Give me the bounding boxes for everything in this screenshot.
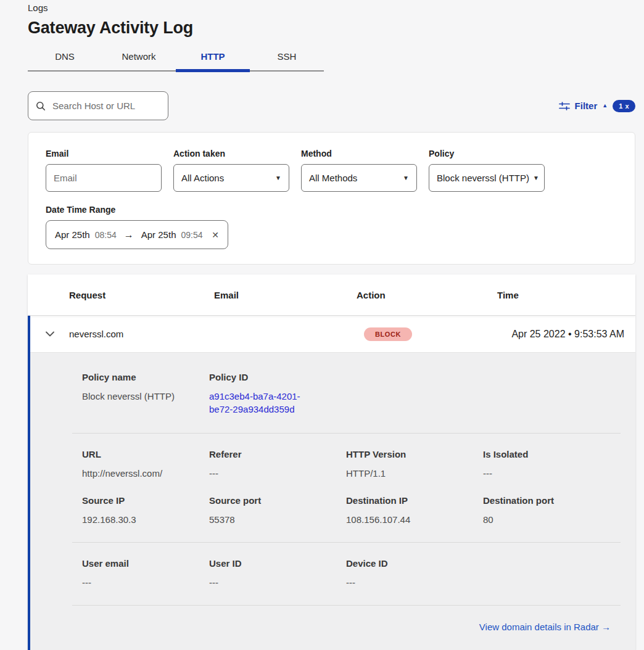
start-time[interactable]: 08:54 [95, 230, 117, 240]
breadcrumb[interactable]: Logs [28, 2, 644, 14]
destination-ip-label: Destination IP [346, 496, 483, 506]
collapse-chevron-icon[interactable] [30, 331, 69, 337]
action-taken-select[interactable]: All Actions ▼ [173, 164, 289, 192]
filter-button[interactable]: Filter [575, 101, 598, 111]
filter-count-badge[interactable]: 1 x [613, 100, 635, 112]
search-input[interactable] [51, 100, 160, 112]
url-value: http://neverssl.com/ [82, 467, 209, 480]
user-id-field: User ID --- [209, 559, 346, 589]
tab-http[interactable]: HTTP [176, 47, 250, 70]
is-isolated-field: Is Isolated --- [483, 450, 621, 480]
method-label: Method [301, 149, 417, 158]
header-request: Request [69, 290, 214, 300]
filter-sliders-icon [559, 102, 570, 110]
time-cell: Apr 25 2022 • 9:53:53 AM [497, 329, 635, 340]
http-version-field: HTTP Version HTTP/1.1 [346, 450, 483, 480]
user-info-section: User email --- User ID --- Device ID --- [30, 543, 635, 605]
destination-port-field: Destination port 80 [483, 496, 621, 526]
filter-field-policy: Policy Block neverssl (HTTP) ▼ [429, 149, 545, 192]
header-email: Email [214, 290, 357, 300]
filter-panel: Email Action taken All Actions ▼ Method … [28, 132, 635, 265]
chevron-down-icon: ▼ [533, 175, 539, 181]
table-header-row: Request Email Action Time [28, 274, 635, 316]
end-time[interactable]: 09:54 [181, 230, 202, 240]
url-label: URL [82, 450, 209, 459]
policy-id-link[interactable]: a91c3eb4-ba7a-4201-be72-29a934dd359d [209, 390, 320, 416]
filter-toggle-group: Filter ▲ 1 x [559, 100, 635, 112]
arrow-right-icon: → [601, 622, 611, 632]
header-action: Action [357, 290, 497, 300]
action-cell: BLOCK [357, 327, 497, 341]
url-field: URL http://neverssl.com/ [82, 450, 209, 480]
start-date[interactable]: Apr 25th [55, 229, 90, 240]
user-id-label: User ID [209, 559, 346, 569]
filter-field-method: Method All Methods ▼ [301, 149, 417, 192]
chevron-down-icon: ▼ [275, 175, 281, 181]
clear-date-range-icon[interactable]: ✕ [212, 230, 219, 240]
policy-id-field: Policy ID a91c3eb4-ba7a-4201-be72-29a934… [209, 372, 346, 416]
referer-label: Referer [209, 450, 346, 459]
source-ip-field: Source IP 192.168.30.3 [82, 496, 209, 526]
request-info-section: URL http://neverssl.com/ Referer --- HTT… [30, 434, 635, 480]
email-filter-input[interactable] [46, 164, 162, 192]
arrow-right-icon: → [124, 229, 134, 241]
tab-ssh[interactable]: SSH [250, 47, 324, 70]
filter-field-action-taken: Action taken All Actions ▼ [173, 149, 289, 192]
device-id-label: Device ID [346, 559, 483, 569]
action-taken-label: Action taken [173, 149, 289, 158]
method-value: All Methods [309, 173, 357, 183]
search-box[interactable] [28, 91, 168, 120]
destination-port-label: Destination port [483, 496, 621, 506]
is-isolated-label: Is Isolated [483, 450, 621, 459]
action-taken-value: All Actions [181, 173, 224, 183]
policy-name-value: Block neverssl (HTTP) [82, 390, 209, 403]
policy-name-label: Policy name [82, 372, 209, 382]
log-detail-panel: Policy name Block neverssl (HTTP) Policy… [30, 353, 635, 650]
filter-field-date-range: Date Time Range Apr 25th 08:54 → Apr 25t… [46, 205, 617, 249]
network-info-section: Source IP 192.168.30.3 Source port 55378… [30, 480, 635, 542]
http-version-value: HTTP/1.1 [346, 467, 483, 480]
referer-value: --- [209, 467, 346, 480]
log-table-card: Request Email Action Time neverssl.com B… [28, 274, 635, 650]
device-id-field: Device ID --- [346, 559, 483, 589]
radar-link-row: View domain details in Radar → [30, 622, 635, 633]
view-in-radar-link[interactable]: View domain details in Radar → [479, 622, 611, 632]
chevron-up-icon[interactable]: ▲ [602, 103, 608, 109]
filter-fields-row: Email Action taken All Actions ▼ Method … [46, 149, 617, 192]
policy-label: Policy [429, 149, 545, 158]
user-email-label: User email [82, 559, 209, 569]
policy-value: Block neverssl (HTTP) [437, 173, 529, 183]
expanded-row-group: neverssl.com BLOCK Apr 25 2022 • 9:53:53… [28, 316, 635, 650]
destination-port-value: 80 [483, 513, 621, 526]
referer-field: Referer --- [209, 450, 346, 480]
tab-network[interactable]: Network [102, 47, 176, 70]
table-row[interactable]: neverssl.com BLOCK Apr 25 2022 • 9:53:53… [30, 316, 635, 353]
filter-field-email: Email [46, 149, 162, 192]
toolbar: Filter ▲ 1 x [28, 91, 635, 120]
policy-id-label: Policy ID [209, 372, 346, 382]
email-filter-label: Email [46, 149, 162, 158]
source-port-field: Source port 55378 [209, 496, 346, 526]
user-email-value: --- [82, 576, 209, 589]
method-select[interactable]: All Methods ▼ [301, 164, 417, 192]
gateway-activity-log-page: Logs Gateway Activity Log DNS Network HT… [0, 2, 644, 650]
user-email-field: User email --- [82, 559, 209, 589]
device-id-value: --- [346, 576, 483, 589]
end-date[interactable]: Apr 25th [141, 229, 176, 240]
policy-select[interactable]: Block neverssl (HTTP) ▼ [429, 164, 545, 192]
http-version-label: HTTP Version [346, 450, 483, 459]
radar-link-text: View domain details in Radar [479, 622, 599, 632]
search-icon [36, 101, 46, 111]
divider [72, 605, 621, 606]
destination-ip-field: Destination IP 108.156.107.44 [346, 496, 483, 526]
user-id-value: --- [209, 576, 346, 589]
policy-name-field: Policy name Block neverssl (HTTP) [82, 372, 209, 416]
date-range-picker[interactable]: Apr 25th 08:54 → Apr 25th 09:54 ✕ [46, 220, 228, 249]
log-type-tabs: DNS Network HTTP SSH [28, 47, 324, 72]
tab-dns[interactable]: DNS [28, 47, 102, 70]
is-isolated-value: --- [483, 467, 621, 480]
source-ip-label: Source IP [82, 496, 209, 506]
source-port-value: 55378 [209, 513, 346, 526]
chevron-down-icon: ▼ [403, 175, 409, 181]
block-status-badge: BLOCK [364, 327, 412, 341]
